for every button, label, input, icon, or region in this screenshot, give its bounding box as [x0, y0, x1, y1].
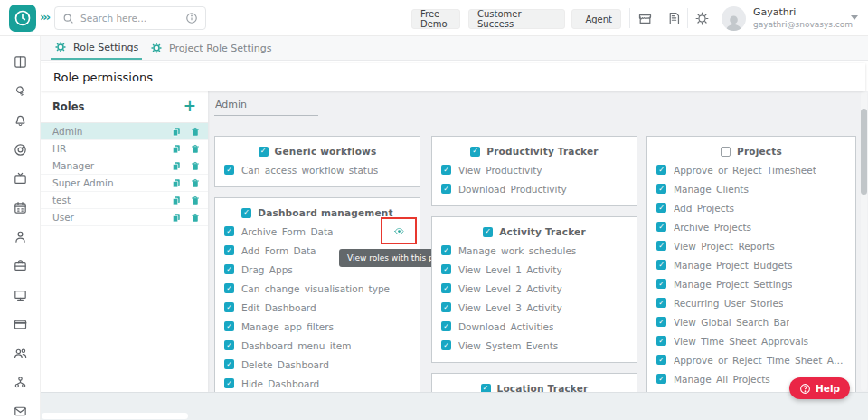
search-input[interactable]: [80, 13, 179, 24]
view-roles-eye-icon[interactable]: [392, 226, 406, 236]
delete-role-icon[interactable]: [190, 177, 201, 189]
permission-label: Hide Dashboard: [241, 378, 319, 389]
vertical-scrollbar-thumb[interactable]: [861, 109, 867, 195]
checkbox-checked[interactable]: ✓: [656, 355, 666, 365]
delete-role-icon[interactable]: [190, 212, 201, 224]
checkbox-checked[interactable]: ✓: [224, 302, 234, 312]
sidebar-icon-card[interactable]: [13, 317, 28, 332]
sidebar-icon-idea[interactable]: [13, 83, 28, 99]
copy-role-icon[interactable]: [171, 126, 182, 138]
checkbox-checked[interactable]: ✓: [483, 227, 493, 237]
checkbox-checked[interactable]: ✓: [441, 321, 451, 331]
copy-role-icon[interactable]: [171, 177, 182, 189]
help-button[interactable]: Help: [789, 377, 850, 399]
sidebar-icon-briefcase[interactable]: [13, 258, 28, 273]
checkbox-checked[interactable]: ✓: [441, 264, 451, 274]
checkbox-checked[interactable]: ✓: [656, 374, 666, 384]
checkbox-checked[interactable]: ✓: [224, 226, 234, 236]
sidebar-icon-person[interactable]: [13, 229, 28, 244]
role-name-input[interactable]: [214, 97, 318, 116]
delete-role-icon[interactable]: [190, 160, 201, 172]
settings-icon[interactable]: [694, 11, 710, 26]
role-row-manager[interactable]: Manager: [41, 158, 208, 175]
copy-role-icon[interactable]: [171, 143, 182, 155]
sidebar-icon-target[interactable]: [13, 142, 28, 158]
role-row-hr[interactable]: HR: [41, 140, 208, 158]
permission-label: View Level 2 Activity: [458, 283, 562, 294]
role-row-test[interactable]: test: [41, 192, 208, 209]
checkbox-checked[interactable]: ✓: [470, 147, 480, 157]
permission-label: View Global Search Bar: [674, 317, 789, 328]
sidebar-icon-org[interactable]: [13, 375, 28, 390]
checkbox-checked[interactable]: ✓: [656, 203, 666, 213]
customer-success-button[interactable]: Customer Success: [468, 9, 565, 29]
checkbox-checked[interactable]: ✓: [259, 147, 269, 157]
checkbox-checked[interactable]: ✓: [441, 302, 451, 312]
sidebar-icon-tv[interactable]: [13, 171, 28, 186]
checkbox-checked[interactable]: ✓: [224, 321, 234, 331]
tab-role-settings-label: Role Settings: [73, 42, 138, 53]
checkbox-checked[interactable]: ✓: [441, 283, 451, 293]
copy-role-icon[interactable]: [171, 212, 182, 224]
role-name: HR: [52, 143, 66, 154]
delete-role-icon[interactable]: [190, 126, 201, 138]
agent-button[interactable]: Agent: [571, 9, 621, 29]
checkbox-checked[interactable]: ✓: [224, 359, 234, 369]
role-row-super-admin[interactable]: Super Admin: [41, 175, 208, 192]
permission-label: View Productivity: [458, 165, 542, 176]
checkbox-checked[interactable]: ✓: [224, 378, 234, 388]
role-actions: [171, 143, 201, 155]
permission-item: ✓View Level 2 Activity: [441, 279, 627, 298]
tab-project-role-settings[interactable]: Project Role Settings: [146, 36, 275, 60]
checkbox-checked[interactable]: ✓: [224, 245, 234, 255]
add-role-button[interactable]: +: [184, 99, 196, 114]
document-icon[interactable]: [666, 11, 682, 26]
sidebar-icon-people[interactable]: [13, 346, 28, 361]
checkbox-checked[interactable]: ✓: [656, 165, 666, 175]
role-row-admin[interactable]: Admin: [41, 123, 208, 140]
sidebar-expand-icon[interactable]: ›››: [40, 10, 49, 24]
checkbox-checked[interactable]: ✓: [441, 165, 451, 175]
help-label: Help: [816, 383, 840, 394]
avatar[interactable]: [722, 6, 746, 31]
checkbox-checked[interactable]: ✓: [656, 241, 666, 251]
sidebar-icon-mail[interactable]: [13, 404, 28, 419]
checkbox-checked[interactable]: ✓: [224, 340, 234, 350]
copy-role-icon[interactable]: [171, 160, 182, 172]
checkbox-checked[interactable]: ✓: [441, 184, 451, 194]
checkbox-checked[interactable]: ✓: [224, 165, 234, 175]
checkbox-checked[interactable]: ✓: [656, 260, 666, 270]
permission-item: ✓Add Projects: [656, 198, 846, 217]
sidebar-icon-dashboard[interactable]: [13, 54, 28, 70]
role-actions: [171, 126, 201, 138]
free-demo-button[interactable]: Free Demo: [411, 9, 460, 29]
question-icon: [799, 383, 811, 395]
permission-item: ✓Manage Project Settings: [656, 274, 846, 293]
app-logo-icon[interactable]: [9, 5, 36, 32]
checkbox-checked[interactable]: ✓: [656, 279, 666, 289]
checkbox-checked[interactable]: ✓: [224, 283, 234, 293]
checkbox-checked[interactable]: ✓: [656, 298, 666, 308]
role-row-user[interactable]: User: [41, 209, 208, 226]
horizontal-scrollbar-track[interactable]: [42, 413, 188, 419]
storefront-icon[interactable]: [637, 11, 653, 26]
delete-role-icon[interactable]: [190, 195, 201, 206]
delete-role-icon[interactable]: [190, 143, 201, 155]
info-icon[interactable]: [185, 12, 198, 24]
chevron-down-icon[interactable]: [851, 15, 858, 20]
checkbox-checked[interactable]: ✓: [241, 208, 251, 218]
sidebar-icon-calendar[interactable]: [13, 200, 28, 215]
card-header: ✓Activity Tracker: [441, 223, 627, 241]
sidebar-icon-bell[interactable]: [13, 112, 28, 128]
checkbox-checked[interactable]: ✓: [656, 184, 666, 194]
checkbox-unchecked[interactable]: [721, 147, 731, 157]
checkbox-checked[interactable]: ✓: [656, 222, 666, 232]
tab-role-settings[interactable]: Role Settings: [51, 36, 142, 60]
checkbox-checked[interactable]: ✓: [441, 340, 451, 350]
copy-role-icon[interactable]: [171, 195, 182, 206]
checkbox-checked[interactable]: ✓: [656, 317, 666, 327]
checkbox-checked[interactable]: ✓: [441, 245, 451, 255]
checkbox-checked[interactable]: ✓: [656, 336, 666, 346]
sidebar-icon-monitor[interactable]: [13, 288, 28, 303]
checkbox-checked[interactable]: ✓: [224, 264, 234, 274]
